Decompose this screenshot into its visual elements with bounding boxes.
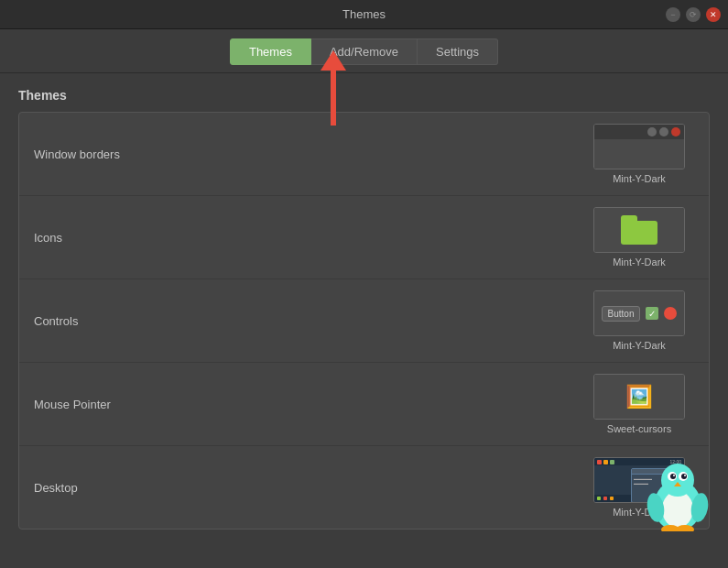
controls-preview[interactable]: Button ✓ Mint-Y-Dark	[584, 290, 694, 351]
main-content: Themes Window borders Mint-Y-Dark	[0, 73, 728, 544]
desk-bottom-dots	[597, 497, 614, 500]
cursor-icon: 🖼️	[625, 384, 653, 410]
folder-icon	[621, 215, 657, 245]
tab-add-remove[interactable]: Add/Remove	[311, 38, 418, 65]
ctrl-button: Button	[602, 306, 641, 322]
wb-btn-close	[671, 127, 680, 137]
window-title: Themes	[62, 7, 666, 21]
restore-button[interactable]: ⟳	[686, 7, 701, 22]
window-borders-theme-name: Mint-Y-Dark	[613, 173, 666, 184]
ptr-preview-inner: 🖼️	[594, 375, 684, 419]
icons-preview[interactable]: Mint-Y-Dark	[584, 207, 694, 268]
svg-point-5	[670, 474, 676, 479]
window-borders-preview[interactable]: Mint-Y-Dark	[584, 124, 694, 184]
icons-preview-box	[593, 207, 685, 253]
tabbar: Themes Add/Remove Settings	[0, 29, 728, 73]
controls-row: Controls Button ✓ Mint-Y-Dark	[19, 279, 709, 363]
controls-preview-box: Button ✓	[593, 290, 685, 336]
mouse-pointer-preview-box: 🖼️	[593, 374, 685, 420]
folder-back	[621, 221, 657, 245]
svg-point-7	[673, 475, 675, 476]
penguin-mascot	[646, 458, 710, 531]
themes-panel: Window borders Mint-Y-Dark Icons	[18, 112, 710, 530]
penguin-svg	[646, 458, 710, 531]
wb-titlebar	[594, 125, 684, 139]
icons-theme-name: Mint-Y-Dark	[613, 257, 666, 268]
taskbar-bottom-dot	[597, 497, 601, 500]
desktop-row: Desktop 12:00	[19, 446, 709, 529]
section-title: Themes	[18, 88, 710, 103]
tab-themes[interactable]: Themes	[230, 38, 311, 65]
taskbar-dot-red	[597, 460, 602, 464]
window-borders-preview-box	[593, 124, 685, 169]
window-borders-label: Window borders	[34, 147, 584, 161]
svg-point-8	[684, 475, 686, 476]
ctrl-preview-inner: Button ✓	[594, 291, 684, 335]
icons-row: Icons Mint-Y-Dark	[19, 196, 709, 279]
icons-label: Icons	[34, 231, 584, 245]
ctrl-checkbox: ✓	[646, 307, 658, 320]
window-borders-row: Window borders Mint-Y-Dark	[19, 113, 709, 196]
icons-preview-inner	[594, 208, 684, 252]
mouse-pointer-row: Mouse Pointer 🖼️ Sweet-cursors	[19, 363, 709, 446]
window-controls: − ⟳ ✕	[666, 7, 721, 22]
wb-btn-minimize	[647, 127, 657, 137]
controls-label: Controls	[34, 314, 584, 328]
taskbar-bottom-dot2	[603, 497, 607, 500]
mouse-pointer-label: Mouse Pointer	[34, 398, 584, 411]
svg-point-6	[681, 474, 687, 479]
mouse-pointer-preview[interactable]: 🖼️ Sweet-cursors	[584, 374, 694, 434]
mouse-pointer-theme-name: Sweet-cursors	[607, 423, 671, 434]
taskbar-dot-green	[610, 460, 614, 464]
wb-btn-restore	[659, 127, 668, 137]
wb-preview	[594, 125, 684, 169]
taskbar-dot-yellow	[603, 460, 608, 464]
close-button[interactable]: ✕	[706, 7, 721, 22]
desktop-label: Desktop	[34, 481, 584, 495]
titlebar: Themes − ⟳ ✕	[0, 0, 728, 29]
controls-theme-name: Mint-Y-Dark	[613, 340, 666, 351]
svg-point-2	[661, 464, 694, 497]
tab-settings[interactable]: Settings	[418, 38, 498, 65]
taskbar-bottom-dot3	[610, 497, 614, 500]
minimize-button[interactable]: −	[666, 7, 680, 22]
ctrl-radio	[664, 307, 677, 320]
